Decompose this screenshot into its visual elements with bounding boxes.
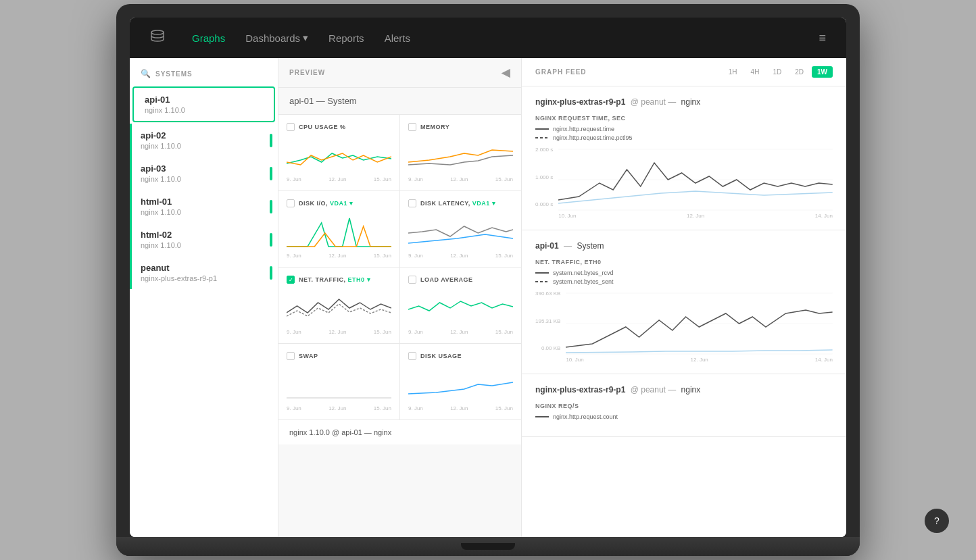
nav-items: Graphs Dashboards ▾ Reports Alerts <box>192 32 819 44</box>
load-avg-chart <box>408 289 513 326</box>
sidebar-item-sub: nginx 1.10.0 <box>141 142 267 150</box>
cpu-title: CPU USAGE % <box>299 124 346 130</box>
memory-title: MEMORY <box>420 124 449 130</box>
graph-card-1-title: nginx-plus-extras-r9-p1 @ peanut — nginx <box>535 97 833 107</box>
graph-chart-1 <box>558 149 833 210</box>
sidebar-item-sub: nginx 1.10.0 <box>145 106 263 114</box>
preview-title: PREVIEW <box>289 69 325 76</box>
preview-bottom-item: nginx 1.10.0 @ api-01 — nginx <box>278 419 521 444</box>
x-label: 10. Jun <box>566 357 583 363</box>
laptop-frame: Graphs Dashboards ▾ Reports Alerts ≡ 🔍 S… <box>116 4 860 556</box>
disk-io-checkbox[interactable] <box>287 199 295 207</box>
time-filter-1d[interactable]: 1D <box>767 66 787 78</box>
graph-card-2: api-01 — System NET. TRAFFIC, ETH0 syste… <box>522 230 846 374</box>
y-label: 0.00 KB <box>535 345 560 351</box>
graph-metric-header-3: NGINX REQ/S <box>535 403 833 409</box>
disk-usage-chart <box>408 365 513 403</box>
preview-header: PREVIEW ◀ <box>278 58 521 88</box>
laptop-screen: Graphs Dashboards ▾ Reports Alerts ≡ 🔍 S… <box>130 18 846 537</box>
x-label: 14. Jun <box>815 357 833 363</box>
y-label: 1.000 s <box>535 174 553 180</box>
y-label: 0.000 s <box>535 201 553 207</box>
graph-card-1: nginx-plus-extras-r9-p1 @ peanut — nginx… <box>522 86 846 230</box>
time-filter-4h[interactable]: 4H <box>746 66 765 78</box>
preview-card-disk-usage[interactable]: DISK USAGE 9. Jun 12. Jun 15. Jun <box>400 344 521 419</box>
preview-card-swap[interactable]: SWAP 9. Jun 12. Jun 15. Jun <box>278 344 399 419</box>
nav-alerts[interactable]: Alerts <box>385 32 410 44</box>
chevron-down-icon: ▾ <box>303 32 308 44</box>
cpu-checkbox[interactable] <box>287 123 295 131</box>
sidebar-item-api-02[interactable]: api-02 nginx 1.10.0 <box>130 124 278 157</box>
preview-card-load-avg[interactable]: LOAD AVERAGE 9. Jun 12. Jun 15. Jun <box>400 268 521 343</box>
top-nav: Graphs Dashboards ▾ Reports Alerts ≡ <box>130 18 846 58</box>
hamburger-menu-icon[interactable]: ≡ <box>819 31 826 45</box>
sidebar-item-name: api-01 <box>145 95 263 105</box>
time-filter-1h[interactable]: 1H <box>723 66 743 78</box>
preview-panel: PREVIEW ◀ api-01 — System CPU USAGE % <box>278 58 522 537</box>
legend-line-solid <box>535 416 549 417</box>
graph-legend-1: nginx.http.request.time nginx.http.reque… <box>535 126 833 141</box>
activity-indicator <box>270 266 272 280</box>
laptop-base <box>116 537 860 556</box>
preview-card-memory[interactable]: MEMORY 9. Jun 12. Jun 15. Jun <box>400 115 521 190</box>
sidebar-header: 🔍 SYSTEMS <box>130 58 278 85</box>
graph-metric-header-1: NGINX REQUEST TIME, SEC <box>535 115 833 122</box>
load-avg-checkbox[interactable] <box>408 276 416 284</box>
svg-point-0 <box>151 30 164 34</box>
sidebar-item-peanut[interactable]: peanut nginx-plus-extras-r9-p1 <box>130 256 278 289</box>
preview-card-net-traffic[interactable]: NET. TRAFFIC, ETH0 ▾ 9. Jun 12. Jun 15. … <box>278 268 399 343</box>
nav-dashboards[interactable]: Dashboards ▾ <box>245 32 308 44</box>
sidebar-item-name: html-01 <box>141 197 267 207</box>
preview-card-cpu[interactable]: CPU USAGE % 9. Jun 12. Jun 15. Jun <box>278 115 399 190</box>
sidebar-title: SYSTEMS <box>155 70 193 78</box>
net-traffic-checkbox[interactable] <box>287 276 295 284</box>
graph-legend-3: nginx.http.request.count <box>535 413 833 420</box>
time-filter-2d[interactable]: 2D <box>789 66 809 78</box>
swap-checkbox[interactable] <box>287 352 295 360</box>
activity-indicator <box>270 233 272 247</box>
preview-card-disk-io[interactable]: DISK I/O, VDA1 ▾ 9. Jun 12. Jun 15. Jun <box>278 191 399 267</box>
sidebar-item-name: api-03 <box>141 163 267 174</box>
memory-chart <box>408 136 513 174</box>
swap-chart <box>287 365 391 403</box>
disk-latency-chart <box>408 213 513 250</box>
sidebar-item-name: peanut <box>141 263 267 273</box>
sidebar-item-api-03[interactable]: api-03 nginx 1.10.0 <box>130 157 278 190</box>
time-filter-1w[interactable]: 1W <box>812 66 833 78</box>
graph-feed-header: GRAPH FEED 1H 4H 1D 2D 1W <box>522 58 846 86</box>
disk-io-title: DISK I/O, VDA1 ▾ <box>299 200 353 207</box>
sidebar-item-api-01[interactable]: api-01 nginx 1.10.0 <box>132 86 275 122</box>
nav-reports[interactable]: Reports <box>328 32 364 44</box>
legend-line-solid <box>535 128 549 130</box>
swap-title: SWAP <box>299 353 318 359</box>
activity-indicator <box>270 167 272 180</box>
disk-usage-checkbox[interactable] <box>408 352 416 360</box>
graph-card-3: nginx-plus-extras-r9-p1 @ peanut — nginx… <box>522 374 846 437</box>
sidebar-item-sub: nginx 1.10.0 <box>141 208 267 216</box>
x-label: 12. Jun <box>687 213 704 219</box>
graph-legend-2: system.net.bytes_rcvd system.net.bytes_s… <box>535 270 833 285</box>
net-traffic-title: NET. TRAFFIC, ETH0 ▾ <box>299 276 370 283</box>
graph-feed: GRAPH FEED 1H 4H 1D 2D 1W nginx-plus-ext… <box>522 58 846 537</box>
y-label: 195.31 KB <box>535 318 560 324</box>
preview-grid: CPU USAGE % 9. Jun 12. Jun 15. Jun <box>278 115 521 419</box>
graph-feed-title: GRAPH FEED <box>535 68 587 76</box>
disk-latency-checkbox[interactable] <box>408 199 416 207</box>
sidebar-item-sub: nginx-plus-extras-r9-p1 <box>141 274 267 282</box>
back-arrow-icon[interactable]: ◀ <box>502 66 510 79</box>
help-icon: ? <box>934 515 940 526</box>
sidebar-item-html-02[interactable]: html-02 nginx 1.10.0 <box>130 223 278 256</box>
memory-checkbox[interactable] <box>408 123 416 131</box>
cpu-chart <box>287 136 391 174</box>
sidebar-item-html-01[interactable]: html-01 nginx 1.10.0 <box>130 190 278 223</box>
main-layout: 🔍 SYSTEMS api-01 nginx 1.10.0 api-02 ngi… <box>130 58 846 537</box>
nav-graphs[interactable]: Graphs <box>192 32 225 44</box>
x-label: 10. Jun <box>558 213 576 219</box>
sidebar-item-sub: nginx 1.10.0 <box>141 175 267 183</box>
graph-chart-2 <box>566 293 833 354</box>
net-traffic-chart <box>287 289 391 326</box>
graph-card-2-title: api-01 — System <box>535 241 833 251</box>
sidebar: 🔍 SYSTEMS api-01 nginx 1.10.0 api-02 ngi… <box>130 58 278 537</box>
preview-card-disk-latency[interactable]: DISK LATENCY, VDA1 ▾ 9. Jun 12. Jun 15. … <box>400 191 521 267</box>
help-button[interactable]: ? <box>925 509 949 533</box>
